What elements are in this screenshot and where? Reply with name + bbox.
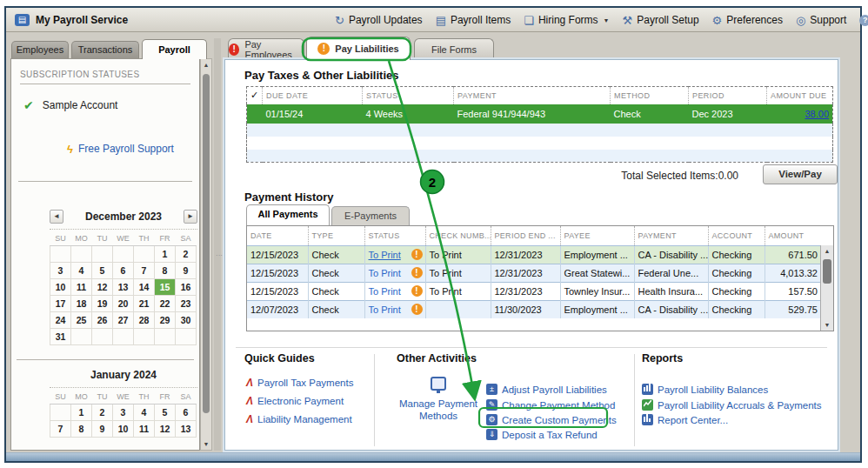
calendar-day[interactable]: 5 <box>92 262 113 278</box>
link-create-custom-payments[interactable]: ⚙ Create Custom Payments <box>486 414 617 425</box>
scroll-down-icon[interactable]: ▼ <box>201 438 211 450</box>
calendar-grid: SUMOTUWETHFRSA 12 3456789 10111213141516 <box>50 231 197 345</box>
calendar-day[interactable]: 23 <box>176 295 197 311</box>
calendar-day[interactable]: 7 <box>50 420 71 437</box>
calendar-day[interactable]: 9 <box>92 420 113 437</box>
calendar-day[interactable]: 4 <box>134 404 155 420</box>
link-deposit-tax-refund[interactable]: ⇓ Deposit a Tax Refund <box>486 429 598 440</box>
to-print-link[interactable]: To Print <box>369 286 401 297</box>
calendar-day[interactable]: 6 <box>176 404 197 420</box>
calendar-day[interactable]: 12 <box>92 278 113 295</box>
scrollbar-thumb[interactable] <box>203 74 210 413</box>
to-print-link[interactable]: To Print <box>369 250 401 260</box>
to-print-link[interactable]: To Print <box>369 268 401 278</box>
menubar-items: ↻ Payroll Updates ▤ Payroll Items ❏ Hiri… <box>335 8 868 32</box>
calendar-day[interactable]: 31 <box>50 328 71 344</box>
table-scrollbar[interactable]: ▲ ▼ <box>820 245 833 331</box>
calendar-day[interactable]: 19 <box>92 295 113 311</box>
payment-row[interactable]: 12/15/2023 Check To Print! To Print 12/3… <box>247 264 821 282</box>
menu-payroll-items[interactable]: ▤ Payroll Items <box>436 14 511 26</box>
link-payroll-tax-payments[interactable]: Λ Payroll Tax Payments <box>246 378 353 388</box>
row-checkbox-cell[interactable] <box>247 104 263 124</box>
menu-help[interactable]: ? Help <box>859 14 868 26</box>
splitter-handle-icon[interactable]: ··· <box>216 254 219 266</box>
calendar-day[interactable]: 20 <box>113 295 134 311</box>
calendar-day[interactable]: 12 <box>155 420 176 437</box>
scrollbar-thumb[interactable] <box>823 259 831 284</box>
calendar-day[interactable]: 7 <box>134 262 155 278</box>
scroll-up-icon[interactable]: ▲ <box>201 59 211 70</box>
panel-splitter[interactable]: ··· <box>214 38 221 451</box>
quick-guides-title: Quick Guides <box>244 352 315 364</box>
tab-all-payments[interactable]: All Payments <box>246 204 330 225</box>
calendar-day[interactable]: 4 <box>71 262 92 278</box>
calendar-next-button[interactable]: ► <box>184 210 197 224</box>
calendar-day[interactable]: 25 <box>71 311 92 328</box>
to-print-link[interactable]: To Print <box>369 304 401 315</box>
menu-support[interactable]: ◎ Support <box>796 14 846 26</box>
sidebar-tab-employees[interactable]: Employees <box>11 41 69 58</box>
my-payroll-service-menu[interactable]: ▤ My Payroll Service <box>15 14 128 26</box>
link-manage-payment-methods[interactable]: Manage Payment Methods <box>394 398 483 422</box>
menu-payroll-setup[interactable]: ⚒ Payroll Setup <box>623 14 699 26</box>
calendar-day[interactable]: 9 <box>176 262 197 278</box>
calendar-prev-button[interactable]: ◄ <box>50 210 63 224</box>
menu-preferences[interactable]: ⚙ Preferences <box>712 14 783 26</box>
calendar-day[interactable]: 8 <box>155 262 176 278</box>
tab-e-payments[interactable]: E-Payments <box>331 206 410 225</box>
tab-pay-liabilities[interactable]: ! Pay Liabilities <box>306 37 411 60</box>
link-electronic-payment[interactable]: Λ Electronic Payment <box>246 396 344 406</box>
calendar-day[interactable]: 27 <box>113 311 134 328</box>
link-adjust-payroll-liabilities[interactable]: ± Adjust Payroll Liabilities <box>486 384 607 395</box>
free-payroll-support-link[interactable]: Free Payroll Support <box>78 143 174 155</box>
calendar-day-selected[interactable]: 15 <box>155 278 176 295</box>
menu-payroll-updates[interactable]: ↻ Payroll Updates <box>335 14 423 26</box>
calendar-day[interactable]: 1 <box>155 245 176 262</box>
calendar-day[interactable]: 6 <box>113 262 134 278</box>
payment-row[interactable]: 12/07/2023 Check To Print! 11/30/2023 Em… <box>247 300 821 318</box>
calendar-day[interactable]: 2 <box>176 245 197 262</box>
calendar-day[interactable]: 11 <box>134 420 155 437</box>
sidebar-scrollbar[interactable]: ▲ ▼ <box>200 58 212 451</box>
tab-file-forms[interactable]: File Forms <box>414 38 494 59</box>
calendar-day[interactable]: 2 <box>92 404 113 420</box>
calendar-day[interactable]: 13 <box>113 278 134 295</box>
menu-hiring-forms[interactable]: ❏ Hiring Forms ▼ <box>524 14 609 26</box>
calendar-day[interactable]: 10 <box>113 420 134 437</box>
tab-pay-employees[interactable]: ! Pay Employees <box>228 38 304 59</box>
liability-row-selected[interactable]: 01/15/24 4 Weeks Federal 941/944/943 Che… <box>247 104 833 124</box>
calendar-day[interactable]: 14 <box>134 278 155 295</box>
link-payroll-liability-accruals[interactable]: Payroll Liability Accruals & Payments <box>642 399 822 411</box>
calendar-day[interactable]: 13 <box>176 420 197 437</box>
calendar-day[interactable]: 3 <box>50 262 71 278</box>
link-payroll-liability-balances[interactable]: Payroll Liability Balances <box>642 384 768 395</box>
link-change-payment-method[interactable]: ✎ Change Payment Method <box>486 399 615 411</box>
amount-due-link[interactable]: 38.00 <box>805 109 829 119</box>
payment-row[interactable]: 12/15/2023 Check To Print! To Print 12/3… <box>247 282 821 300</box>
scroll-up-icon[interactable]: ▲ <box>822 245 832 257</box>
calendar-day[interactable]: 17 <box>50 295 71 311</box>
calendar-day[interactable]: 18 <box>71 295 92 311</box>
calendar-day[interactable]: 22 <box>155 295 176 311</box>
calendar-day[interactable]: 3 <box>113 404 134 420</box>
scroll-down-icon[interactable]: ▼ <box>822 319 832 331</box>
calendar-day[interactable]: 16 <box>176 278 197 295</box>
calendar-day[interactable]: 24 <box>50 311 71 328</box>
calendar-day[interactable]: 11 <box>71 278 92 295</box>
calendar-day[interactable]: 29 <box>155 311 176 328</box>
calendar-day[interactable]: 28 <box>134 311 155 328</box>
calendar-day[interactable]: 30 <box>176 311 197 328</box>
calendar-day[interactable]: 8 <box>71 420 92 437</box>
link-report-center[interactable]: Report Center... <box>642 414 728 425</box>
calendar-day[interactable]: 5 <box>155 404 176 420</box>
link-liability-management[interactable]: Λ Liability Management <box>246 414 352 425</box>
calendar-day[interactable]: 1 <box>71 404 92 420</box>
calendar-day[interactable]: 26 <box>92 311 113 328</box>
sidebar-tab-payroll[interactable]: Payroll <box>142 39 207 59</box>
weekday-row: SUMOTUWETHFRSA <box>50 231 197 245</box>
payment-row[interactable]: 12/15/2023 Check To Print! To Print 12/3… <box>247 245 821 264</box>
sidebar-tab-transactions[interactable]: Transactions <box>71 41 139 58</box>
view-pay-button[interactable]: View/Pay <box>763 164 838 184</box>
calendar-day[interactable]: 21 <box>134 295 155 311</box>
calendar-day[interactable]: 10 <box>50 278 71 295</box>
